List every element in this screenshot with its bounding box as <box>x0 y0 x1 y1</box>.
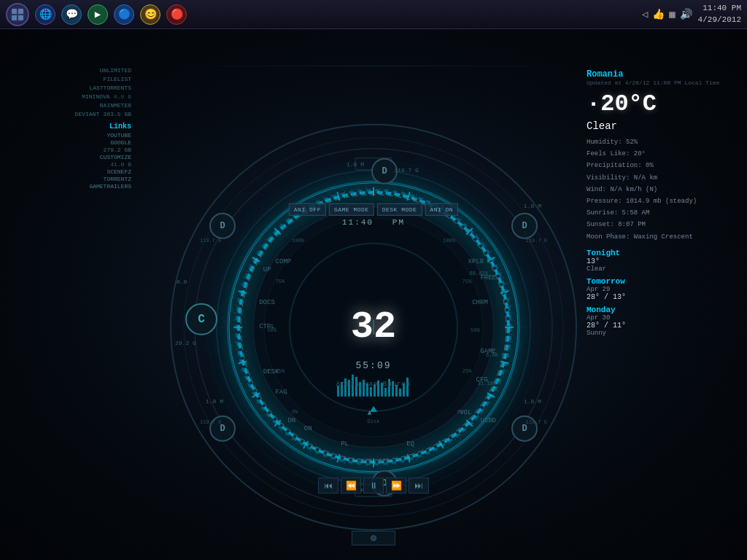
hud-center: // This won't execute in SVG context - h… <box>169 123 578 532</box>
link-customize[interactable]: CUSTOMIZE <box>7 154 131 160</box>
visibility: Visibility: N/A km <box>587 172 732 184</box>
link-gametrailers[interactable]: GAMETRAILERS <box>7 183 131 190</box>
eq-label: EQ <box>406 440 414 448</box>
svg-rect-3 <box>18 15 23 20</box>
free-val: 68.82% <box>470 270 488 276</box>
taskbar-icon-browser[interactable]: 🌐 <box>35 4 55 25</box>
d-indicator-right-top: D <box>511 213 538 239</box>
dn-label[interactable]: DN <box>287 417 295 424</box>
sidebar-unlimited[interactable]: UNLIMITED <box>7 67 131 74</box>
docs-label[interactable]: DOCS <box>259 299 275 306</box>
link-google[interactable]: GOOGLE <box>7 139 131 146</box>
taskbar-icon-emoji[interactable]: 😊 <box>140 4 160 25</box>
media-prev[interactable]: ⏪ <box>341 478 361 494</box>
on-label[interactable]: ON <box>304 425 312 432</box>
btn-desk-mode[interactable]: DESK MODE <box>377 203 422 216</box>
sunset: Sunset: 8:07 PM <box>587 219 732 230</box>
sidebar-mininova[interactable]: MININOVA 0.0 B <box>7 93 131 101</box>
right-bottom-m-val: 1.8 M <box>524 398 541 405</box>
fag-label[interactable]: FAG <box>276 389 287 396</box>
d-left-top-val: 119.7 G <box>200 238 221 244</box>
tray-back-icon[interactable]: ◁ <box>642 8 648 20</box>
sunrise: Sunrise: 5:58 AM <box>587 207 732 219</box>
media-next-next[interactable]: ⏭ <box>409 478 429 494</box>
sidebar-filelist[interactable]: FILELIST <box>7 76 131 83</box>
link-scenefz[interactable]: SCENEFZ <box>7 168 131 175</box>
chrm-label[interactable]: CHRM <box>472 299 488 306</box>
media-prev-prev[interactable]: ⏮ <box>318 478 338 494</box>
svg-rect-1 <box>18 9 23 14</box>
top-value-label: 1.8 M <box>347 161 364 168</box>
track-artist: Armin van Buuren <box>336 381 411 388</box>
tray-icons: ◁ 👍 ▦ 🔊 <box>642 8 692 20</box>
forecast-tonight-temp: 13° <box>587 257 732 265</box>
clock-display: 11:40 PM 4/29/2012 <box>698 3 741 26</box>
tray-volume-icon[interactable]: 🔊 <box>680 8 692 20</box>
clock-time: 11:40 PM <box>698 3 741 14</box>
core-content: 32 <box>351 308 396 346</box>
btn-ani-on[interactable]: ANI ON <box>425 203 458 216</box>
link-youtube[interactable]: YOUTUBE <box>7 132 131 139</box>
delta-icon: ▲Disk <box>368 409 380 425</box>
weather-updated: Updated at 4/28/12 11:00 PM Local Time <box>587 79 732 86</box>
taskbar-icon-chat[interactable]: 💬 <box>61 4 82 25</box>
pl-label: PL <box>341 440 349 448</box>
humidity: Humidity: 52% <box>587 136 732 148</box>
btn-game-mode[interactable]: GAME MODE <box>329 203 374 216</box>
right-top-m-val: 1.8 M <box>524 203 541 209</box>
media-next[interactable]: ⏩ <box>386 478 406 494</box>
c-value-top: 0.0 <box>177 279 187 285</box>
forecast-tomorrow-date: Apr 29 <box>587 286 732 293</box>
pct-50-left: 50% <box>267 327 276 333</box>
svg-rect-34 <box>399 389 401 397</box>
top-buttons: ANI OFF GAME MODE DESK MODE ANI ON <box>289 203 458 216</box>
links-header: Links <box>7 122 131 131</box>
d-right-bottom-val: 119.7 G <box>526 419 547 425</box>
core-number: 32 <box>351 308 396 346</box>
pct-75-left: 75% <box>276 279 285 284</box>
taskbar-right: ◁ 👍 ▦ 🔊 11:40 PM 4/29/2012 <box>642 3 741 26</box>
taskbar-icon-play[interactable]: ▶ <box>88 4 108 25</box>
pct-100-left-top: 100% <box>292 238 304 244</box>
sidebar-lasttorrents[interactable]: LASTTORRENTS <box>7 85 131 92</box>
forecast-tonight-cond: Clear <box>587 265 732 273</box>
tray-thumb-icon[interactable]: 👍 <box>652 8 665 20</box>
forecast-section: Tonight 13° Clear Tomorrow Apr 29 28° / … <box>587 249 732 337</box>
sidebar-deviant[interactable]: DEVIANT 363.5 GB <box>7 111 131 118</box>
c-value-bottom: 29.2 G <box>175 340 196 346</box>
svg-rect-0 <box>12 9 17 14</box>
taskbar-icon-skype[interactable]: 🔵 <box>114 4 134 25</box>
forecast-monday-temp: 28° / 11° <box>587 322 732 330</box>
feels-like: Feels Like: 20° <box>587 148 732 160</box>
precipitation: Precipitation: 0% <box>587 160 732 171</box>
taskbar-icon-red[interactable]: 🔴 <box>166 4 187 25</box>
up-label[interactable]: UP <box>263 266 271 273</box>
bottom-notch <box>352 531 395 545</box>
cfg-val: 31.18% <box>478 381 496 386</box>
link-torrentz[interactable]: TORRENTZ <box>7 176 131 182</box>
forecast-tomorrow-temp: 28° / 13° <box>587 293 732 301</box>
left-value-2: 41.0 B <box>7 161 131 168</box>
pct-0-right: 0% <box>457 409 463 415</box>
forecast-monday-label: Monday <box>587 306 732 314</box>
pressure: Pressure: 1014.9 mb (steady) <box>587 195 732 207</box>
comp-label[interactable]: COMP <box>276 258 292 265</box>
media-pause[interactable]: ⏸ <box>363 478 384 494</box>
left-value-1: 279.2 GB <box>7 147 131 153</box>
tray-screen-icon[interactable]: ▦ <box>669 8 675 20</box>
pct-100-right-top: 100% <box>443 238 455 244</box>
sidebar-rainmeter[interactable]: RAINMETER <box>7 102 131 109</box>
main-area: UNLIMITED FILELIST LASTTORRENTS MININOVA… <box>0 29 747 560</box>
weather-temperature: ·20°C <box>587 90 732 117</box>
left-bottom-m-val: 1.8 M <box>206 398 223 405</box>
left-sidebar: UNLIMITED FILELIST LASTTORRENTS MININOVA… <box>7 66 131 190</box>
top-value-right: 119.7 G <box>394 167 419 174</box>
track-time: 55:09 <box>355 360 391 371</box>
start-button[interactable] <box>6 3 29 26</box>
btn-ani-off[interactable]: ANI OFF <box>289 203 326 216</box>
xplr-label[interactable]: XPLR <box>468 258 484 265</box>
usbd-label[interactable]: USBD <box>480 417 496 424</box>
svg-rect-30 <box>384 388 387 397</box>
weather-location: Romania <box>587 69 732 79</box>
forecast-tonight-label: Tonight <box>587 249 732 257</box>
